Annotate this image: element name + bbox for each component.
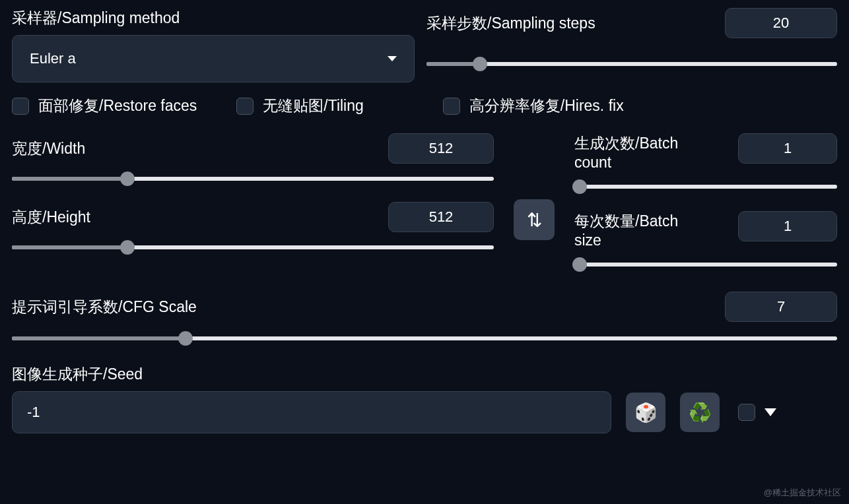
chevron-down-icon (388, 56, 397, 61)
sampling-method-select[interactable]: Euler a (12, 35, 415, 82)
batch-count-value-box[interactable]: 1 (738, 133, 837, 164)
batch-size-slider[interactable] (574, 257, 837, 272)
batch-size-label: 每次数量/Batch size (574, 211, 706, 249)
batch-count-label: 生成次数/Batch count (574, 133, 706, 172)
seed-input[interactable] (12, 391, 611, 433)
tiling-checkbox[interactable] (236, 98, 254, 115)
seed-label: 图像生成种子/Seed (12, 364, 837, 385)
hires-fix-label: 高分辨率修复/Hires. fix (469, 96, 624, 116)
hires-fix-checkbox[interactable] (443, 98, 460, 115)
recycle-icon: ♻️ (689, 402, 712, 424)
width-slider[interactable] (12, 172, 494, 186)
sampling-steps-label: 采样步数/Sampling steps (426, 13, 595, 34)
height-label: 高度/Height (12, 207, 90, 228)
width-value-box[interactable]: 512 (388, 133, 494, 164)
width-label: 宽度/Width (12, 139, 85, 159)
dice-icon: 🎲 (634, 402, 658, 424)
swap-dimensions-button[interactable]: ⇅ (514, 199, 555, 240)
watermark: @稀土掘金技术社区 (764, 487, 841, 499)
restore-faces-label: 面部修复/Restore faces (38, 96, 197, 116)
sampling-method-value: Euler a (30, 50, 76, 67)
seed-extra-checkbox[interactable] (738, 404, 755, 421)
sampling-steps-value-box[interactable]: 20 (725, 8, 837, 38)
sampling-steps-slider[interactable] (426, 57, 837, 71)
height-slider[interactable] (12, 240, 494, 255)
tiling-label: 无缝贴图/Tiling (263, 96, 364, 116)
batch-count-slider[interactable] (574, 179, 837, 194)
batch-size-value-box[interactable]: 1 (738, 211, 837, 241)
cfg-scale-label: 提示词引导系数/CFG Scale (12, 297, 197, 317)
height-value-box[interactable]: 512 (388, 202, 494, 232)
seed-extra-expand-icon[interactable] (764, 408, 776, 416)
restore-faces-checkbox[interactable] (12, 98, 29, 115)
cfg-scale-slider[interactable] (12, 331, 837, 346)
reuse-seed-button[interactable]: ♻️ (680, 393, 720, 432)
cfg-scale-value-box[interactable]: 7 (725, 292, 837, 322)
swap-icon: ⇅ (527, 209, 542, 231)
randomize-seed-button[interactable]: 🎲 (626, 393, 665, 432)
sampling-method-label: 采样器/Sampling method (12, 8, 415, 28)
